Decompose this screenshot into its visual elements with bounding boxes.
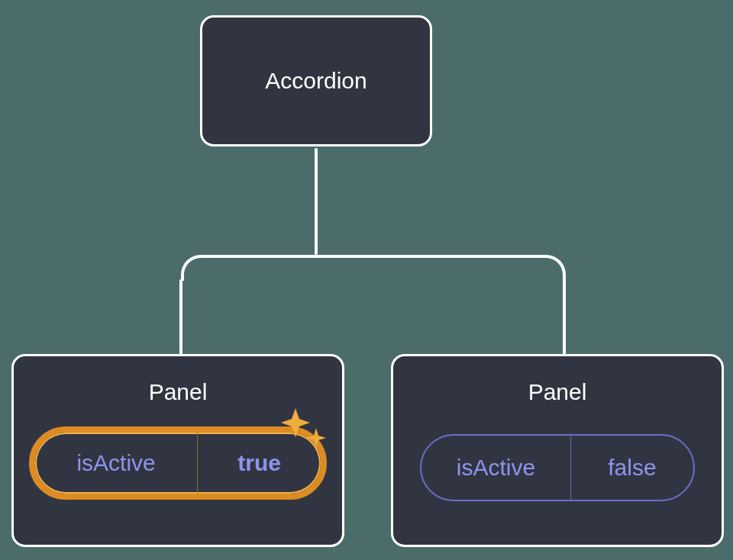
panel-node-right: Panel isActive false [391, 354, 724, 547]
panel-node-left: Panel isActive true [11, 354, 344, 547]
prop-value: true [198, 433, 321, 494]
state-pill-active: isActive true [29, 426, 327, 500]
connector-line [315, 148, 318, 255]
state-pill-inactive: isActive false [420, 434, 695, 501]
accordion-label: Accordion [265, 68, 366, 94]
connector-line [181, 255, 566, 281]
prop-name: isActive [421, 436, 571, 500]
panel-title: Panel [528, 379, 587, 405]
prop-value: false [571, 436, 693, 500]
accordion-node: Accordion [200, 15, 432, 146]
prop-name: isActive [35, 433, 198, 494]
panel-title: Panel [149, 379, 208, 405]
connector-line [179, 279, 182, 356]
connector-line [563, 279, 566, 356]
